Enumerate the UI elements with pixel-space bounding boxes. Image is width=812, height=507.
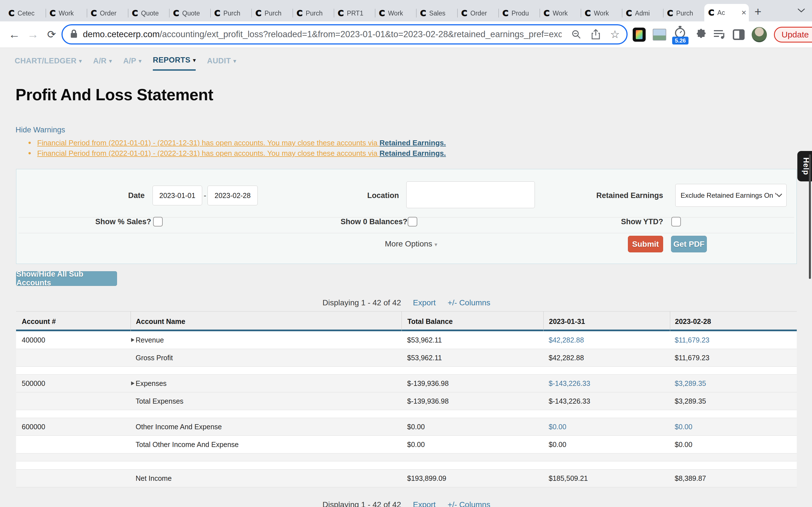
bookmark-star-icon[interactable]: ☆ [610,29,620,40]
cell-total-balance: $0.00 [402,423,543,431]
side-panel-icon[interactable] [733,29,745,40]
nav-reports[interactable]: REPORTS▾ [153,56,196,71]
warning-item: Financial Period from (2021-01-01) - (20… [20,138,446,149]
header-total-balance[interactable]: Total Balance [402,312,543,331]
cell-period-2-link[interactable]: $3,289.35 [670,379,797,388]
more-options-link[interactable]: More Options ▾ [369,239,453,248]
show-sales-checkbox[interactable] [153,217,163,226]
export-link[interactable]: Export [413,500,436,507]
profile-avatar[interactable] [752,27,767,42]
nav-ap[interactable]: A/P▾ [123,56,142,71]
new-tab-button[interactable]: + [749,4,762,21]
retained-earnings-select[interactable]: Exclude Retained Earnings On 'A [675,184,786,207]
back-button[interactable]: ← [6,21,22,48]
expand-triangle-icon[interactable] [131,381,135,385]
warnings-list: Financial Period from (2021-01-01) - (20… [20,138,446,159]
browser-tab[interactable]: CProdu [499,5,540,21]
browser-tab[interactable]: CSales [416,5,457,21]
table-row-other-income: 600000 Other Income And Expense $0.00 $0… [16,418,797,436]
timer-extension-icon[interactable]: 5.26 [673,21,688,48]
show-ytd-label: Show YTD? [614,217,663,226]
browser-tab[interactable]: CWork [46,5,87,21]
nav-label: REPORTS [153,56,190,64]
account-name-text: Expenses [136,379,167,387]
cell-period-1: $42,282.88 [543,354,670,362]
browser-tab[interactable]: CPurch [663,5,704,21]
scrollbar-thumb[interactable] [809,154,811,279]
location-input[interactable] [406,181,535,208]
browser-tab[interactable]: CCetec [4,5,46,21]
browser-tab[interactable]: CPurch [293,5,334,21]
address-bar[interactable]: demo.cetecerp.com/accounting/ext_profit_… [61,24,627,45]
erp-nav-menu: CHART/LEDGER▾ A/R▾ A/P▾ REPORTS▾ AUDIT▾ [15,56,236,71]
retained-earnings-link[interactable]: Retained Earnings. [379,149,446,158]
show-ytd-checkbox[interactable] [671,217,681,226]
browser-tab[interactable]: CQuote [169,5,210,21]
playlist-extension-icon[interactable] [713,29,726,41]
browser-tab-active[interactable]: C Ac ✕ [704,4,749,21]
tab-strip-chevron-icon[interactable] [797,8,805,14]
warning-text-link[interactable]: Financial Period from (2022-01-01) - (20… [37,149,379,158]
browser-tab[interactable]: CPurch [210,5,252,21]
nav-ar[interactable]: A/R▾ [93,56,112,71]
forward-button[interactable]: → [25,21,41,48]
screenshot-extension-icon[interactable] [653,29,666,41]
header-period-1[interactable]: 2023-01-31 [543,312,670,331]
cetec-favicon: C [626,8,632,18]
cell-period-1-link[interactable]: $-143,226.33 [543,379,670,388]
submit-button[interactable]: Submit [628,236,663,252]
cetec-favicon: C [338,8,344,18]
cell-account-number: 500000 [16,379,131,388]
browser-tab[interactable]: CPRT1 [334,5,375,21]
hide-warnings-link[interactable]: Hide Warnings [15,126,65,134]
browser-tab[interactable]: CWork [581,5,622,21]
cell-period-1-link[interactable]: $42,282.88 [543,336,670,344]
cell-period-2-link[interactable]: $0.00 [670,423,797,431]
document-extension-icon[interactable] [633,27,646,42]
chevron-down-icon: ▾ [234,58,236,64]
reload-button[interactable]: ⟳ [43,21,60,48]
export-link[interactable]: Export [413,298,436,307]
retained-earnings-link[interactable]: Retained Earnings. [379,138,446,147]
get-pdf-button[interactable]: Get PDF [671,236,707,252]
browser-tab[interactable]: CWork [375,5,416,21]
nav-audit[interactable]: AUDIT▾ [207,56,236,71]
nav-chart-ledger[interactable]: CHART/LEDGER▾ [15,56,82,71]
warning-text-link[interactable]: Financial Period from (2021-01-01) - (20… [37,138,379,147]
tab-label: Order [100,10,126,17]
show-hide-subaccounts-button[interactable]: Show/Hide All Sub Accounts [16,271,117,286]
browser-tab[interactable]: COrder [87,5,128,21]
table-spacer-row [16,461,797,469]
browser-tab[interactable]: CPurch [252,5,293,21]
browser-tab[interactable]: COrder [457,5,499,21]
header-account-number[interactable]: Account # [16,312,131,331]
show-zero-checkbox[interactable] [408,217,417,226]
cell-account-name: Gross Profit [131,354,402,362]
expand-triangle-icon[interactable] [131,338,135,342]
header-account-name[interactable]: Account Name [131,312,402,331]
cell-period-2-link[interactable]: $11,679.23 [670,336,797,344]
plus-minus-columns-link[interactable]: +/- Columns [448,500,490,507]
date-from-input[interactable]: 2023-01-01 [153,186,202,205]
cell-period-1-link[interactable]: $0.00 [543,423,670,431]
share-icon[interactable] [591,29,601,40]
cetec-favicon: C [8,8,14,18]
tab-label: Quote [141,10,167,17]
plus-minus-columns-link[interactable]: +/- Columns [448,298,490,307]
zoom-out-icon[interactable] [571,29,581,40]
tab-label: Produ [511,10,538,17]
cetec-favicon: C [502,8,508,18]
list-info-top: Displaying 1 - 42 of 42 Export +/- Colum… [16,298,797,307]
browser-tab[interactable]: CAdmi [622,5,663,21]
nav-label: A/R [93,57,107,65]
extensions-puzzle-icon[interactable] [695,28,706,41]
browser-tab[interactable]: CWork [540,5,581,21]
header-period-2[interactable]: 2023-02-28 [670,312,797,331]
url-domain: demo.cetecerp.com [83,29,160,39]
cell-total-balance: $0.00 [402,441,543,449]
browser-tab[interactable]: CQuote [128,5,169,21]
cetec-favicon: C [91,8,97,18]
date-to-input[interactable]: 2023-02-28 [207,186,258,205]
tab-close-icon[interactable]: ✕ [741,9,747,17]
update-browser-button[interactable]: Update [774,27,812,43]
